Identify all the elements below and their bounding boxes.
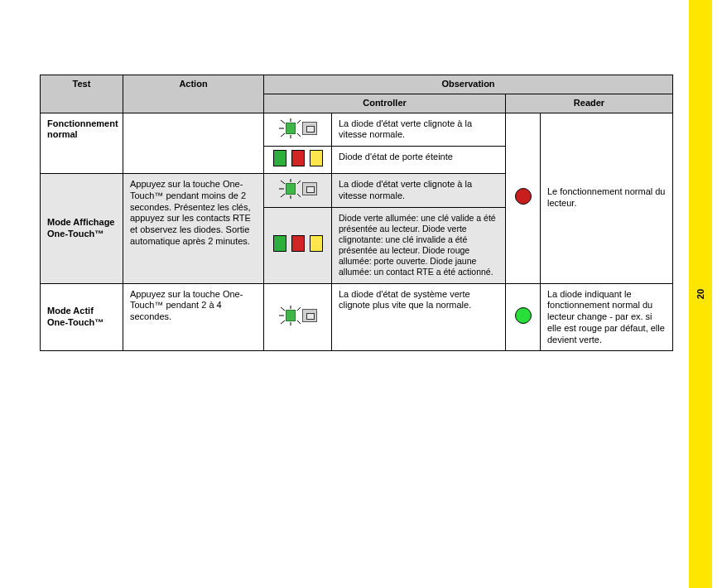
svg-line-16	[281, 321, 285, 324]
cell-reader-normal: Le fonctionnement normal du lecteur.	[541, 113, 673, 283]
green-circle-icon	[515, 307, 532, 324]
cell-action-normal	[123, 113, 264, 174]
icon-three-led-1	[264, 147, 332, 174]
red-circle-icon	[515, 188, 532, 205]
cell-test-actif: Mode Actif One-Touch™	[41, 283, 123, 351]
th-test: Test	[41, 75, 123, 113]
blink-led-icon	[274, 304, 322, 327]
reader-icon-red	[506, 113, 541, 283]
svg-line-9	[281, 194, 285, 197]
blink-led-icon	[274, 117, 322, 140]
icon-blink-3	[264, 283, 332, 351]
svg-line-13	[297, 194, 301, 197]
cell-ctrl-normal-2: Diode d'état de porte éteinte	[332, 147, 506, 174]
three-led-icon	[273, 235, 323, 252]
svg-line-2	[281, 133, 285, 137]
svg-line-6	[297, 133, 301, 137]
cell-test-affichage: Mode Affichage One-Touch™	[41, 174, 123, 284]
th-reader: Reader	[506, 94, 673, 113]
svg-line-8	[281, 181, 285, 184]
cell-reader-actif: La diode indiquant le fonctionnement nor…	[541, 283, 673, 351]
cell-ctrl-normal-1: La diode d'état verte clignote à la vite…	[332, 113, 506, 147]
icon-blink-1	[264, 113, 332, 147]
header-row-1: Test Action Observation	[41, 75, 673, 94]
svg-line-1	[281, 120, 285, 123]
th-controller: Controller	[264, 94, 506, 113]
icon-three-led-2	[264, 207, 332, 283]
th-action: Action	[123, 75, 264, 113]
svg-line-15	[281, 307, 285, 311]
reader-icon-green	[506, 283, 541, 351]
observation-table: Test Action Observation Controller Reade…	[40, 75, 673, 351]
svg-line-12	[297, 181, 301, 184]
svg-line-5	[297, 120, 301, 123]
svg-line-19	[297, 307, 301, 311]
cell-test-normal: Fonctionnement normal	[41, 113, 123, 174]
row-actif: Mode Actif One-Touch™ Appuyez sur la tou…	[41, 283, 673, 351]
th-observation: Observation	[264, 75, 673, 94]
row-normal-1: Fonctionnement normal La diode d'état ve…	[41, 113, 673, 147]
cell-ctrl-affichage-2: Diode verte allumée: une clé valide a ét…	[332, 207, 506, 283]
svg-line-20	[297, 321, 301, 324]
icon-blink-2	[264, 174, 332, 208]
three-led-icon	[273, 150, 323, 166]
cell-ctrl-affichage-1: La diode d'état verte clignote à la vite…	[332, 174, 506, 208]
cell-action-affichage: Appuyez sur la touche One-Touch™ pendant…	[123, 174, 264, 284]
cell-ctrl-actif: La diode d'état de système verte clignot…	[332, 283, 506, 351]
blink-led-icon	[274, 177, 322, 200]
cell-action-actif: Appuyez sur la touche One-Touch™ pendant…	[123, 283, 264, 351]
page-content: Test Action Observation Controller Reade…	[0, 0, 722, 588]
